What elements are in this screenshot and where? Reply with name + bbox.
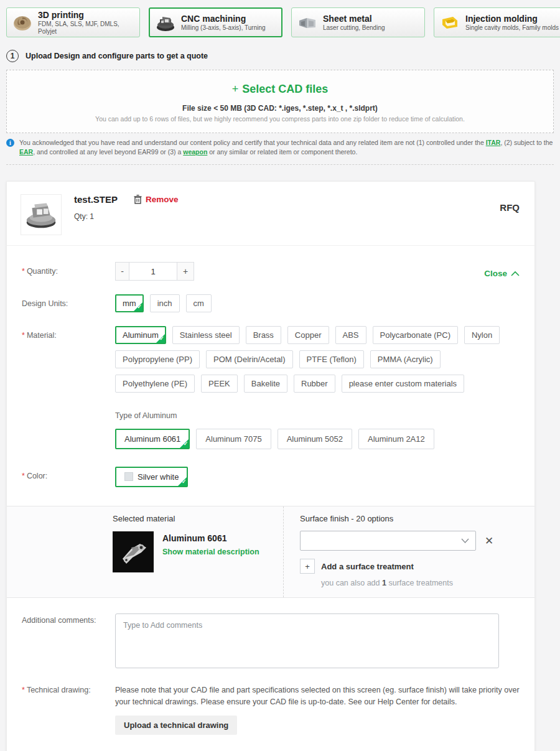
file-size-note: File size < 50 MB (3D CAD: *.iges, *.ste… (7, 104, 553, 113)
material-option[interactable]: Bakelite (244, 375, 287, 393)
step-number: 1 (6, 50, 19, 62)
material-option[interactable]: Brass (246, 326, 281, 344)
color-row: *Color: Silver white (22, 467, 520, 487)
aluminum-type-option[interactable]: Aluminum 6061 (115, 429, 190, 449)
tab-label: CNC machining (181, 14, 266, 24)
surface-treatment-note: you can also add 1 surface treatments (321, 579, 522, 587)
select-cad-files-button[interactable]: +Select CAD files (7, 83, 553, 96)
show-material-description-link[interactable]: Show material description (162, 548, 259, 556)
material-option[interactable]: Stainless steel (172, 326, 240, 344)
quantity-input[interactable] (129, 262, 177, 281)
material-row: *Material: Aluminum Stainless steel Bras… (22, 326, 520, 449)
aluminum-type-options: Aluminum 6061 Aluminum 7075 Aluminum 505… (115, 429, 508, 449)
material-option[interactable]: PTFE (Teflon) (299, 350, 364, 368)
material-option[interactable]: PEEK (201, 375, 238, 393)
technical-drawing-note: Please note that your CAD file and part … (115, 684, 520, 708)
quantity-decrement-button[interactable]: - (115, 262, 129, 281)
aluminum-type-option[interactable]: Aluminum 7075 (196, 429, 271, 449)
selected-material-panel: Selected material Aluminum 6061 Show mat… (7, 506, 284, 597)
chevron-up-icon (511, 271, 520, 276)
part-thumbnail (21, 194, 62, 235)
part-card: test.STEP Remove Qty: 1 RFQ (6, 181, 535, 751)
disclaimer-text: You acknowledged that you have read and … (19, 139, 486, 146)
select-cad-files-label: Select CAD files (242, 83, 328, 95)
close-panel-link[interactable]: Close (484, 262, 520, 281)
color-option-label: Silver white (138, 472, 179, 482)
injection-molding-icon (439, 12, 460, 33)
3d-printing-icon (12, 12, 33, 33)
remove-file-button[interactable]: Remove (134, 195, 179, 204)
material-options: Aluminum Stainless steel Brass Copper AB… (115, 326, 508, 393)
tab-sublabel: FDM, SLA, SLS, MJF, DMLS, Polyjet (38, 21, 134, 35)
ear-link[interactable]: EAR (19, 148, 33, 156)
step-heading: 1 Upload Design and configure parts to g… (6, 50, 554, 62)
material-option[interactable]: Polycarbonate (PC) (373, 326, 458, 344)
quote-page: 3D printing FDM, SLA, SLS, MJF, DMLS, Po… (0, 0, 560, 751)
weapon-link[interactable]: weapon (183, 148, 207, 156)
quantity-stepper: - + (115, 262, 194, 281)
material-option[interactable]: Polyethylene (PE) (115, 375, 195, 393)
technical-drawing-row: *Technical drawing: Please note that you… (22, 684, 520, 735)
aluminum-type-option[interactable]: Aluminum 5052 (278, 429, 352, 449)
material-option[interactable]: Aluminum (115, 326, 166, 344)
tab-sublabel: Single cavity molds, Family molds (465, 24, 559, 32)
quantity-label: Quantity: (27, 267, 58, 276)
part-config: *Quantity: - + Close (7, 246, 534, 506)
file-header: test.STEP Remove Qty: 1 RFQ (7, 182, 534, 246)
upload-hint: You can add up to 6 rows of files, but w… (7, 115, 553, 123)
remove-label: Remove (146, 195, 179, 204)
close-label: Close (484, 269, 507, 278)
tab-3d-printing[interactable]: 3D printing FDM, SLA, SLS, MJF, DMLS, Po… (6, 7, 140, 37)
surface-finish-select[interactable] (300, 531, 476, 551)
cad-upload-dropzone[interactable]: +Select CAD files File size < 50 MB (3D … (6, 70, 554, 133)
material-option-custom[interactable]: please enter custom materials (342, 375, 464, 393)
plus-icon: + (232, 83, 239, 95)
upload-technical-drawing-button[interactable]: Upload a technical drawing (115, 716, 237, 735)
material-thumbnail (113, 531, 154, 572)
material-option[interactable]: Polypropylene (PP) (115, 350, 200, 368)
unit-option-cm[interactable]: cm (186, 294, 212, 312)
material-option[interactable]: ABS (335, 326, 366, 344)
tab-label: 3D printing (38, 10, 134, 20)
design-units-row: Design Units: mm inch cm (22, 294, 520, 312)
rfq-label: RFQ (500, 194, 520, 213)
treatment-count: 1 (382, 579, 386, 587)
surface-finish-panel: Surface finish - 20 options ✕ + Add a su… (284, 506, 534, 597)
extras-section: Additional comments: *Technical drawing:… (7, 598, 534, 751)
itar-disclaimer: i You acknowledged that you have read an… (6, 138, 554, 165)
unit-option-inch[interactable]: inch (150, 294, 180, 312)
design-units-label: Design Units: (22, 294, 115, 312)
add-surface-treatment-button[interactable]: + (300, 559, 315, 574)
unit-option-mm[interactable]: mm (115, 294, 144, 312)
color-swatch (124, 472, 133, 481)
material-option[interactable]: PMMA (Acrylic) (370, 350, 441, 368)
process-tabs: 3D printing FDM, SLA, SLS, MJF, DMLS, Po… (0, 0, 560, 37)
material-option[interactable]: Nylon (464, 326, 500, 344)
itar-link[interactable]: ITAR (486, 139, 501, 146)
clear-finish-icon[interactable]: ✕ (485, 536, 493, 546)
aluminum-type-option[interactable]: Aluminum 2A12 (358, 429, 434, 449)
aluminum-type-label: Type of Aluminum (115, 411, 520, 420)
required-asterisk: * (22, 267, 25, 276)
tab-label: Injection molding (465, 14, 559, 24)
material-option[interactable]: Rubber (294, 375, 335, 393)
comments-textarea[interactable] (115, 613, 499, 668)
tab-injection-molding[interactable]: Injection molding Single cavity molds, F… (434, 7, 560, 37)
tab-sublabel: Milling (3-axis, 5-axis), Turning (181, 24, 266, 32)
trash-icon (134, 195, 142, 204)
tab-sheet-metal[interactable]: Sheet metal Laser cutting, Bending (291, 7, 425, 37)
quantity-increment-button[interactable]: + (177, 262, 194, 281)
tab-cnc-machining[interactable]: CNC machining Milling (3-axis, 5-axis), … (149, 7, 282, 37)
sheet-metal-icon (297, 12, 318, 33)
color-option-silver-white[interactable]: Silver white (115, 467, 188, 487)
file-name: test.STEP (74, 194, 118, 205)
add-surface-treatment-label: Add a surface treatment (321, 562, 414, 571)
material-option[interactable]: Copper (287, 326, 329, 344)
info-icon: i (6, 139, 14, 147)
material-option[interactable]: POM (Delrin/Acetal) (206, 350, 293, 368)
chevron-down-icon (461, 538, 469, 543)
technical-drawing-label: Technical drawing: (27, 686, 91, 694)
selected-material-title: Selected material (113, 514, 283, 523)
material-label: Material: (27, 331, 57, 340)
tab-sublabel: Laser cutting, Bending (323, 24, 385, 32)
